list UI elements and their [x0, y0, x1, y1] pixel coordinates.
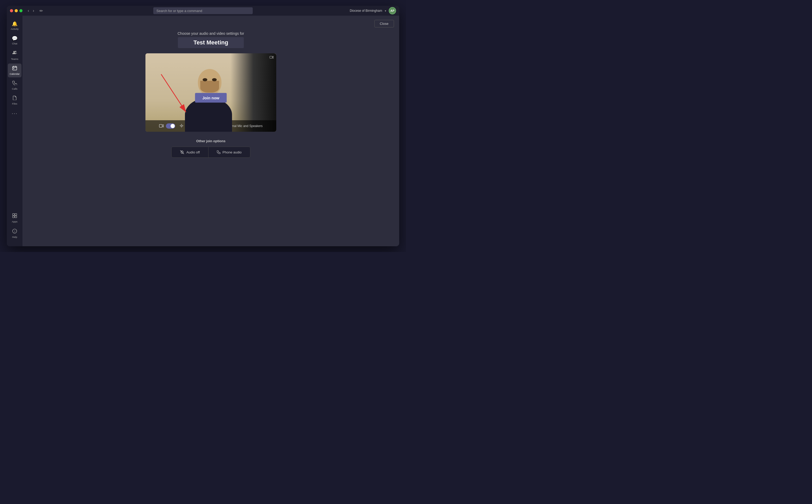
audio-off-button[interactable]: Audio off	[172, 147, 208, 157]
audio-off-icon	[180, 150, 184, 154]
compose-button[interactable]: ✏	[38, 8, 44, 14]
sidebar-item-files[interactable]: Files	[8, 93, 21, 107]
sidebar-item-calls[interactable]: Calls	[8, 78, 21, 92]
forward-button[interactable]: ›	[32, 8, 35, 14]
sidebar-item-label: Files	[12, 102, 17, 105]
blur-icon	[179, 124, 184, 129]
teams-icon	[12, 50, 17, 57]
help-icon: ?	[12, 229, 17, 235]
sidebar-item-more[interactable]: ···	[8, 108, 21, 118]
back-button[interactable]: ‹	[27, 8, 30, 14]
dark-side	[230, 53, 276, 132]
svg-point-19	[181, 125, 182, 127]
nav-buttons: ‹ › ✏	[27, 8, 44, 14]
org-name: Diocese of Birmingham	[350, 9, 382, 13]
phone-icon	[217, 150, 220, 154]
join-now-button[interactable]: Join now	[195, 93, 227, 103]
person-head	[198, 69, 221, 95]
sidebar-item-label: Calls	[12, 87, 17, 90]
user-area: Diocese of Birmingham ▾ AP	[350, 7, 396, 14]
close-window-button[interactable]	[10, 9, 13, 12]
search-bar[interactable]: Search for or type a command	[153, 7, 253, 14]
svg-rect-2	[13, 66, 17, 70]
sidebar-item-label: Activity	[11, 27, 19, 30]
video-feed	[145, 53, 276, 132]
chat-icon: 💬	[12, 36, 18, 41]
traffic-lights	[10, 9, 22, 12]
phone-audio-button[interactable]: Phone audio	[208, 147, 250, 157]
phone-audio-label: Phone audio	[223, 150, 242, 154]
camera-control	[159, 123, 175, 129]
svg-marker-18	[162, 125, 163, 127]
svg-marker-14	[272, 56, 273, 58]
meeting-title: Test Meeting	[178, 37, 244, 48]
search-placeholder: Search for or type a command	[156, 9, 202, 13]
svg-rect-7	[13, 214, 14, 215]
calls-icon	[12, 81, 17, 87]
svg-point-0	[13, 51, 15, 53]
chevron-down-icon[interactable]: ▾	[385, 9, 386, 12]
svg-point-1	[15, 51, 16, 52]
activity-icon: 🔔	[12, 21, 18, 27]
calendar-icon	[12, 66, 17, 72]
files-icon	[12, 95, 17, 101]
main-area: 🔔 Activity 💬 Chat Teams	[7, 16, 399, 246]
join-options-row: Audio off Phone audio	[171, 147, 250, 158]
maximize-window-button[interactable]	[19, 9, 22, 12]
more-icon: ···	[12, 110, 18, 116]
svg-rect-13	[270, 56, 272, 58]
camera-toggle[interactable]	[166, 123, 175, 129]
audio-off-label: Audio off	[186, 150, 200, 154]
sidebar-item-label: Chat	[12, 42, 17, 45]
svg-rect-17	[159, 124, 162, 127]
camera-icon	[159, 124, 164, 128]
svg-rect-9	[13, 216, 14, 218]
sidebar-item-calendar[interactable]: Calendar	[8, 64, 21, 77]
sidebar-item-label: Calendar	[10, 72, 20, 75]
sidebar-item-label: Teams	[11, 58, 18, 60]
content-area: Close Choose your audio and video settin…	[22, 16, 399, 246]
avatar[interactable]: AP	[389, 7, 396, 14]
sidebar-item-apps[interactable]: Apps	[8, 211, 21, 225]
sidebar-item-help[interactable]: ? Help	[8, 227, 21, 240]
minimize-window-button[interactable]	[15, 9, 18, 12]
titlebar: ‹ › ✏ Search for or type a command Dioce…	[7, 6, 399, 16]
apps-icon	[12, 213, 17, 219]
sidebar-item-label: Help	[12, 236, 17, 238]
sidebar-item-activity[interactable]: 🔔 Activity	[8, 19, 21, 32]
svg-rect-8	[15, 214, 17, 215]
teams-window: ‹ › ✏ Search for or type a command Dioce…	[7, 6, 399, 246]
person-body	[185, 98, 232, 132]
sidebar-item-teams[interactable]: Teams	[8, 48, 21, 62]
svg-rect-10	[15, 216, 17, 218]
other-options-label: Other join options	[196, 139, 225, 143]
svg-rect-6	[13, 68, 14, 69]
video-preview-container: Join now	[145, 53, 276, 132]
sidebar-item-chat[interactable]: 💬 Chat	[8, 33, 21, 47]
sidebar-item-label: Apps	[12, 220, 18, 223]
svg-text:?: ?	[14, 230, 15, 233]
close-button[interactable]: Close	[374, 20, 394, 27]
sidebar: 🔔 Activity 💬 Chat Teams	[7, 16, 22, 246]
sidebar-bottom: Apps ? Help	[8, 211, 21, 244]
settings-label: Choose your audio and video settings for	[178, 31, 244, 36]
camera-indicator	[269, 55, 274, 60]
